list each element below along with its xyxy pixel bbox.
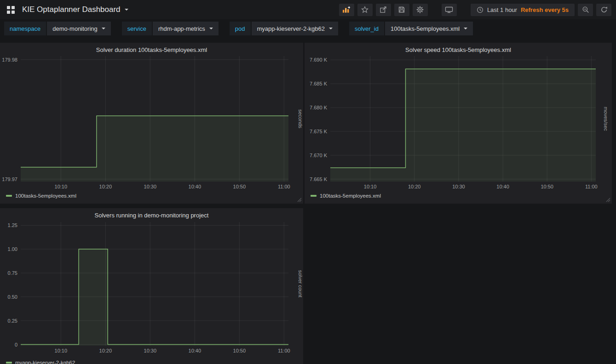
svg-text:7.685 K: 7.685 K xyxy=(310,81,328,86)
svg-text:10:30: 10:30 xyxy=(452,184,465,189)
legend-item[interactable]: myapp-kieserver-2-kgb62 xyxy=(6,360,75,364)
share-dashboard-button[interactable] xyxy=(376,4,391,16)
variable-value: demo-monitoring xyxy=(52,25,98,32)
chevron-down-icon xyxy=(209,28,213,29)
refresh-button[interactable] xyxy=(596,4,611,16)
variable-label: solver_id xyxy=(349,22,384,35)
grid-icon xyxy=(7,6,15,14)
dashboard-title-dropdown[interactable]: KIE Optaplanner Dashboard xyxy=(22,5,128,14)
share-icon xyxy=(380,6,387,13)
svg-text:10:30: 10:30 xyxy=(144,348,157,353)
time-range-label: Last 1 hour xyxy=(487,6,517,13)
time-picker-button[interactable]: Last 1 hour Refresh every 5s xyxy=(471,4,575,16)
variable-value: rhdm-app-metrics xyxy=(158,25,205,32)
svg-text:179.97: 179.97 xyxy=(2,176,17,182)
add-panel-icon xyxy=(342,6,351,13)
chevron-down-icon xyxy=(102,28,105,29)
svg-text:0: 0 xyxy=(15,342,17,347)
svg-text:7.690 K: 7.690 K xyxy=(310,57,328,63)
svg-text:10:40: 10:40 xyxy=(189,348,201,353)
page-title: KIE Optaplanner Dashboard xyxy=(22,5,121,14)
panel-solver-speed: 10:1010:2010:3010:4010:5011:007.665 K7.6… xyxy=(305,43,612,204)
cycle-view-mode-button[interactable] xyxy=(442,4,457,16)
legend-series-color xyxy=(6,195,12,197)
save-dashboard-button[interactable] xyxy=(394,4,409,16)
chevron-down-icon xyxy=(329,28,333,29)
svg-text:10:50: 10:50 xyxy=(541,184,553,189)
panel-resize-handle[interactable] xyxy=(606,198,610,202)
variable-value-dropdown[interactable]: myapp-kieserver-2-kgb62 xyxy=(252,22,338,35)
variable-value: myapp-kieserver-2-kgb62 xyxy=(257,25,325,32)
svg-text:11:00: 11:00 xyxy=(278,348,290,353)
svg-text:moves/sec: moves/sec xyxy=(603,107,609,131)
template-variable-row: namespace demo-monitoring service rhdm-a… xyxy=(0,21,488,36)
svg-text:10:40: 10:40 xyxy=(496,184,509,189)
clock-icon xyxy=(477,6,484,13)
svg-text:10:20: 10:20 xyxy=(408,184,421,189)
star-dashboard-button[interactable] xyxy=(357,4,373,16)
svg-text:0.50: 0.50 xyxy=(8,294,17,300)
panel-title[interactable]: Solver duration 100tasks-5employees.xml xyxy=(0,43,303,53)
variable-value-dropdown[interactable]: rhdm-app-metrics xyxy=(153,22,219,35)
panel-title[interactable]: Solvers running in demo-monitoring proje… xyxy=(0,208,303,219)
svg-text:11:00: 11:00 xyxy=(585,184,598,189)
add-panel-button[interactable] xyxy=(339,4,354,16)
refresh-icon xyxy=(600,6,608,13)
legend-series-color xyxy=(6,362,12,364)
navbar: KIE Optaplanner Dashboard xyxy=(0,0,616,19)
variable-label: pod xyxy=(230,22,251,35)
svg-text:0.75: 0.75 xyxy=(8,270,17,276)
grafana-dashboard: KIE Optaplanner Dashboard xyxy=(0,0,616,364)
variable-value: 100tasks-5employees.xml xyxy=(391,25,460,32)
svg-text:seconds: seconds xyxy=(298,109,303,128)
svg-text:10:20: 10:20 xyxy=(99,348,112,353)
svg-text:7.680 K: 7.680 K xyxy=(310,105,328,110)
solver-speed-chart[interactable]: 10:1010:2010:3010:4010:5011:007.665 K7.6… xyxy=(305,43,612,204)
svg-text:10:10: 10:10 xyxy=(55,348,68,353)
variable-solver-id: solver_id 100tasks-5employees.xml xyxy=(349,22,473,35)
zoom-out-button[interactable] xyxy=(578,4,593,16)
dashboard-settings-button[interactable] xyxy=(413,4,428,16)
svg-text:10:10: 10:10 xyxy=(364,184,377,189)
variable-label: service xyxy=(122,22,152,35)
variable-service: service rhdm-app-metrics xyxy=(122,22,219,35)
chevron-down-icon xyxy=(125,9,128,11)
legend-series-label: 100tasks-5employees.xml xyxy=(320,193,381,199)
variable-value-dropdown[interactable]: demo-monitoring xyxy=(47,22,111,35)
monitor-icon xyxy=(445,6,453,13)
panel-solver-duration: 10:1010:2010:3010:4010:5011:00179.97179.… xyxy=(0,43,303,204)
svg-text:10:20: 10:20 xyxy=(99,184,112,189)
svg-text:0.25: 0.25 xyxy=(8,318,17,324)
svg-text:solver count: solver count xyxy=(298,270,303,297)
legend-series-color xyxy=(311,195,317,197)
refresh-interval-label: Refresh every 5s xyxy=(521,6,569,13)
svg-text:1.00: 1.00 xyxy=(8,246,17,252)
legend-series-label: 100tasks-5employees.xml xyxy=(15,193,76,199)
zoom-out-icon xyxy=(582,6,589,13)
svg-text:1.25: 1.25 xyxy=(8,222,17,228)
solver-duration-chart[interactable]: 10:1010:2010:3010:4010:5011:00179.97179.… xyxy=(0,43,303,204)
legend-item[interactable]: 100tasks-5employees.xml xyxy=(6,193,76,199)
variable-label: namespace xyxy=(4,22,46,35)
svg-text:10:30: 10:30 xyxy=(144,184,157,189)
solvers-running-chart[interactable]: 10:1010:2010:3010:4010:5011:0000.250.500… xyxy=(0,208,303,364)
star-icon xyxy=(361,6,368,13)
svg-text:7.670 K: 7.670 K xyxy=(310,153,328,158)
panel-resize-handle[interactable] xyxy=(297,198,302,202)
svg-text:179.98: 179.98 xyxy=(2,57,17,63)
variable-value-dropdown[interactable]: 100tasks-5employees.xml xyxy=(385,22,473,35)
grafana-logo-icon[interactable] xyxy=(5,4,17,16)
svg-text:10:10: 10:10 xyxy=(55,184,68,189)
svg-text:10:40: 10:40 xyxy=(189,184,201,189)
svg-text:7.675 K: 7.675 K xyxy=(310,129,328,134)
gear-icon xyxy=(416,6,424,13)
svg-text:7.665 K: 7.665 K xyxy=(310,176,328,182)
save-icon xyxy=(398,6,405,13)
variable-namespace: namespace demo-monitoring xyxy=(4,22,111,35)
legend-series-label: myapp-kieserver-2-kgb62 xyxy=(15,360,75,364)
panel-solvers-running: 10:1010:2010:3010:4010:5011:0000.250.500… xyxy=(0,208,303,364)
chevron-down-icon xyxy=(464,28,467,29)
panel-title[interactable]: Solver speed 100tasks-5employees.xml xyxy=(305,43,612,53)
variable-pod: pod myapp-kieserver-2-kgb62 xyxy=(230,22,338,35)
legend-item[interactable]: 100tasks-5employees.xml xyxy=(311,193,381,199)
